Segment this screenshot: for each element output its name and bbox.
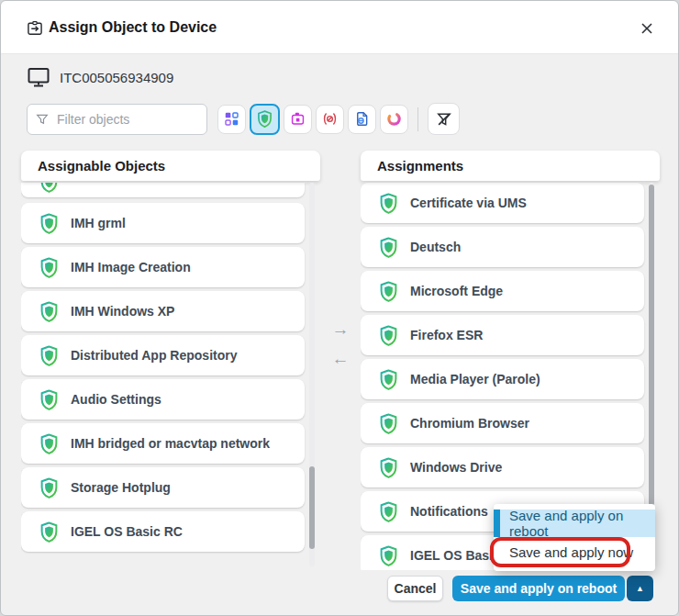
funnel-icon: [35, 112, 50, 127]
list-item[interactable]: Windows Drive: [361, 447, 644, 487]
assign-icon: [26, 19, 44, 38]
filter-all-object-types-button[interactable]: [217, 105, 246, 134]
list-item-label: IGEL OS Basic: [410, 548, 500, 563]
close-icon: [640, 21, 654, 36]
profile-shield-icon: [39, 521, 59, 543]
list-item-label: Microsoft Edge: [410, 284, 503, 298]
assignable-objects-list: IMH grml IMH Image Creation IMH Windows …: [21, 181, 320, 570]
divider: [417, 107, 418, 131]
list-item-label: Windows Drive: [410, 460, 502, 475]
dialog-footer: Cancel Save and apply on reboot ▲: [1, 575, 678, 615]
list-item-label: Deutsch: [410, 240, 461, 254]
device-id: ITC005056934909: [60, 70, 173, 85]
list-item-partial[interactable]: [21, 183, 305, 197]
selected-indicator-bar: [494, 510, 500, 537]
cancel-button[interactable]: Cancel: [387, 576, 443, 601]
list-item-label: Certificate via UMS: [410, 196, 527, 210]
list-item[interactable]: IMH bridged or macvtap network: [21, 423, 305, 464]
circle-slash-icon: [321, 110, 339, 128]
list-item-label: IGEL OS Basic RC: [71, 524, 183, 539]
filter-priority-profiles-button[interactable]: [316, 105, 344, 134]
list-item[interactable]: Storage Hotplug: [21, 467, 305, 508]
list-item[interactable]: Distributed App Repository: [21, 335, 305, 375]
list-item-label: Distributed App Repository: [71, 348, 238, 363]
save-options-toggle-button[interactable]: ▲: [627, 576, 653, 601]
monitor-icon: [27, 65, 50, 89]
profile-shield-icon: [39, 257, 59, 278]
assign-arrow-button[interactable]: →: [332, 320, 350, 338]
profile-shield-icon: [39, 183, 59, 193]
list-item-label: IMH Windows XP: [71, 304, 174, 319]
assignable-objects-header: Assignable Objects: [21, 151, 320, 181]
list-item-label: Media Player (Parole): [410, 372, 540, 386]
file-icon: [353, 110, 371, 128]
assign-object-dialog: Assign Object to Device ITC005056934909: [0, 0, 679, 616]
caret-up-icon: ▲: [636, 584, 644, 593]
list-item-label: Firefox ESR: [410, 328, 483, 342]
shield-icon: [256, 110, 273, 128]
list-item[interactable]: IGEL OS Basic RC: [21, 511, 305, 552]
left-scrollbar-thumb[interactable]: [309, 466, 315, 549]
filter-files-button[interactable]: [348, 105, 376, 134]
list-item[interactable]: Media Player (Parole): [361, 359, 644, 399]
list-item-label: IMH bridged or macvtap network: [71, 436, 270, 451]
assignable-objects-panel: Assignable Objects IMH grml IMH Image Cr…: [21, 151, 320, 570]
list-item-label: Storage Hotplug: [71, 480, 171, 495]
transfer-controls: → ←: [324, 320, 357, 367]
object-type-filter-group: [217, 104, 408, 135]
clear-filter-icon: [435, 110, 453, 129]
list-item[interactable]: Audio Settings: [21, 379, 305, 420]
close-button[interactable]: [636, 17, 658, 39]
list-item[interactable]: IMH Image Creation: [21, 247, 305, 287]
profile-shield-icon: [379, 369, 398, 390]
profile-shield-icon: [39, 301, 59, 322]
list-item-label: IMH Image Creation: [71, 260, 191, 274]
grid-icon: [223, 110, 240, 128]
device-row: ITC005056934909: [27, 65, 173, 89]
menu-item-label: Save and apply on reboot: [509, 508, 655, 539]
swirl-icon: [385, 110, 403, 128]
profile-shield-icon: [379, 325, 398, 346]
filter-apps-button[interactable]: [380, 105, 408, 134]
profile-shield-icon: [39, 389, 59, 410]
list-item[interactable]: Deutsch: [361, 227, 644, 267]
profile-shield-icon: [379, 281, 398, 302]
menu-item-save-apply-now[interactable]: Save and apply now: [494, 537, 655, 566]
profile-shield-icon: [379, 545, 398, 566]
profile-shield-icon: [379, 193, 398, 214]
save-apply-reboot-button[interactable]: Save and apply on reboot: [452, 576, 625, 601]
filter-profiles-button[interactable]: [250, 104, 280, 135]
profile-shield-icon: [39, 345, 59, 366]
profile-shield-icon: [379, 457, 398, 478]
profile-shield-icon: [379, 413, 398, 434]
right-scrollbar-thumb[interactable]: [649, 185, 654, 506]
profile-shield-icon: [379, 501, 398, 522]
list-item[interactable]: IMH Windows XP: [21, 291, 305, 331]
list-item[interactable]: Certificate via UMS: [361, 183, 644, 223]
dialog-title: Assign Object to Device: [49, 1, 217, 54]
list-item[interactable]: IMH grml: [21, 203, 305, 243]
assignments-header: Assignments: [361, 151, 660, 181]
profile-shield-icon: [39, 213, 59, 234]
list-item-label: Chromium Browser: [410, 416, 529, 431]
list-item[interactable]: Firefox ESR: [361, 315, 644, 355]
menu-item-save-apply-reboot[interactable]: Save and apply on reboot: [494, 510, 655, 537]
profile-shield-icon: [379, 237, 398, 258]
clear-filter-button[interactable]: [428, 103, 460, 135]
badge-icon: [289, 110, 306, 128]
unassign-arrow-button[interactable]: ←: [332, 350, 350, 367]
list-item-label: IMH grml: [71, 216, 126, 230]
list-item-label: Notifications: [410, 504, 488, 519]
list-item[interactable]: Microsoft Edge: [361, 271, 644, 311]
filter-row: [27, 103, 460, 135]
filter-firmware-customizations-button[interactable]: [284, 105, 312, 134]
list-item-label: Audio Settings: [71, 392, 161, 407]
dialog-header: Assign Object to Device: [1, 1, 678, 54]
menu-item-label: Save and apply now: [509, 544, 633, 560]
filter-objects-input[interactable]: [27, 104, 207, 135]
profile-shield-icon: [39, 477, 59, 498]
save-options-menu: Save and apply on reboot Save and apply …: [494, 504, 655, 571]
list-item[interactable]: Chromium Browser: [361, 403, 644, 443]
profile-shield-icon: [39, 433, 59, 454]
